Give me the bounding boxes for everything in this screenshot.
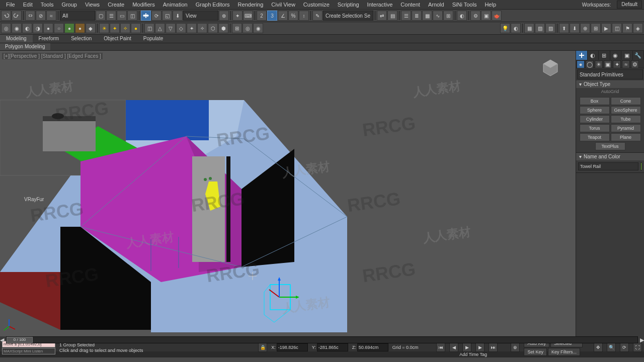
helper-icon-3[interactable]: ◉ — [253, 23, 263, 33]
icon-row2-5[interactable]: ● — [43, 23, 53, 33]
spacewarps-icon[interactable]: ≈ — [622, 60, 630, 68]
ref-coord-combo[interactable]: View — [183, 11, 218, 21]
subtab-polygon-modeling[interactable]: Polygon Modeling — [0, 43, 50, 50]
obj-icon-8[interactable]: ⬢ — [218, 23, 228, 33]
light-icon-1[interactable]: ☀ — [99, 23, 109, 33]
menu-animation[interactable]: Animation — [159, 2, 192, 8]
shapes-icon[interactable]: ◯ — [586, 60, 594, 68]
obj-icon-7[interactable]: ⬡ — [208, 23, 218, 33]
lock-selection-button[interactable]: 🔒 — [258, 343, 267, 352]
icon-row2-7[interactable]: ● — [64, 23, 74, 33]
toggle-layer-explorer-button[interactable]: ≣ — [412, 11, 422, 21]
obj-icon-2[interactable]: △ — [155, 23, 165, 33]
set-key-button[interactable]: Set Key — [524, 348, 547, 356]
cameras-icon[interactable]: ▣ — [604, 60, 612, 68]
menu-file[interactable]: File — [2, 2, 19, 8]
prim-textplus[interactable]: TextPlus — [595, 142, 625, 150]
select-move-button[interactable] — [141, 11, 151, 21]
redo-button[interactable] — [12, 11, 22, 21]
render-icon-1[interactable]: ◐ — [511, 23, 521, 33]
undo-button[interactable] — [1, 11, 11, 21]
prev-frame-button[interactable]: ◀ — [449, 343, 458, 352]
create-tab[interactable] — [576, 51, 588, 60]
prim-pyramid[interactable]: Pyramid — [611, 124, 641, 132]
menu-graph-editors[interactable]: Graph Editors — [192, 2, 234, 8]
icon-row2-6[interactable]: ○ — [54, 23, 64, 33]
helper-icon-2[interactable]: ◎ — [243, 23, 253, 33]
autogrid-checkbox[interactable]: AutoGrid — [576, 88, 644, 95]
menu-help[interactable]: Help — [480, 2, 500, 8]
util-icon-3[interactable]: ⊕ — [580, 23, 590, 33]
named-selection-combo[interactable]: Create Selection Se — [323, 11, 373, 21]
icon-row2-2[interactable]: ◉ — [12, 23, 22, 33]
render-icon-3[interactable]: ▧ — [535, 23, 545, 33]
percent-snap-button[interactable]: % — [288, 11, 298, 21]
snap-2d-button[interactable]: 2 — [257, 11, 267, 21]
angle-snap-button[interactable]: ∠ — [278, 11, 288, 21]
object-name-input[interactable] — [578, 162, 638, 170]
key-filters-button[interactable]: Key Filters... — [548, 348, 580, 356]
color-swatch[interactable] — [640, 162, 642, 170]
icon-row2-4[interactable]: ◑ — [33, 23, 43, 33]
category-combo[interactable]: Standard Primitives — [577, 69, 643, 79]
play-button[interactable]: ▶ — [462, 343, 471, 352]
prim-torus[interactable]: Torus — [580, 124, 610, 132]
spinner-snap-button[interactable]: ↕ — [299, 11, 309, 21]
window-crossing-button[interactable]: ◫ — [127, 11, 137, 21]
menu-rendering[interactable]: Rendering — [234, 2, 268, 8]
util-icon-7[interactable]: ⚑ — [622, 23, 632, 33]
menu-modifiers[interactable]: Modifiers — [128, 2, 159, 8]
menu-civil-view[interactable]: Civil View — [267, 2, 299, 8]
select-rotate-button[interactable]: ⟳ — [151, 11, 162, 21]
tab-modeling[interactable]: Modeling — [0, 35, 33, 43]
util-icon-1[interactable]: ⬆ — [559, 23, 569, 33]
hierarchy-tab[interactable]: ⊞ — [599, 51, 610, 60]
select-object-button[interactable]: ▢ — [96, 11, 106, 21]
toggle-scene-explorer-button[interactable]: ☰ — [401, 11, 411, 21]
prim-sphere[interactable]: Sphere — [580, 106, 610, 114]
obj-icon-5[interactable]: ✦ — [187, 23, 197, 33]
menu-tools[interactable]: Tools — [37, 2, 58, 8]
nav-zoom-button[interactable]: 🔍 — [607, 343, 616, 352]
material-editor-button[interactable]: ◐ — [457, 11, 467, 21]
display-tab[interactable]: ▣ — [621, 51, 633, 60]
edit-named-selection-button[interactable]: ✎ — [312, 11, 323, 21]
prim-cylinder[interactable]: Cylinder — [580, 115, 610, 123]
nav-maximize-button[interactable]: ⛶ — [633, 343, 642, 352]
menu-create[interactable]: Create — [104, 2, 128, 8]
name-color-header[interactable]: ▾ Name and Color — [576, 153, 644, 160]
light-icon-3[interactable]: ✧ — [120, 23, 130, 33]
keyboard-shortcut-button[interactable]: ⌨ — [243, 11, 253, 21]
rectangular-selection-button[interactable]: ▭ — [117, 11, 127, 21]
schematic-view-button[interactable]: ⊞ — [443, 11, 453, 21]
rendered-frame-window-button[interactable]: ▣ — [481, 11, 491, 21]
util-icon-8[interactable]: ◈ — [633, 23, 643, 33]
use-pivot-center-button[interactable]: ⊕ — [219, 11, 229, 21]
systems-icon[interactable]: ⚙ — [631, 60, 639, 68]
isolate-button[interactable]: ⊕ — [511, 343, 520, 352]
tab-selection[interactable]: Selection — [65, 35, 98, 43]
modify-tab[interactable]: ◐ — [588, 51, 599, 60]
util-icon-6[interactable]: ◫ — [612, 23, 622, 33]
helper-icon-1[interactable]: ⊞ — [232, 23, 242, 33]
menu-sini-tools[interactable]: SiNi Tools — [448, 2, 481, 8]
viewcube[interactable] — [540, 58, 560, 78]
align-button[interactable]: ▤ — [387, 11, 397, 21]
render-setup-button[interactable]: ⚙ — [470, 11, 480, 21]
select-manipulate-button[interactable]: ✦ — [232, 11, 243, 21]
add-time-tag[interactable]: Add Time Tag — [459, 352, 487, 357]
toggle-ribbon-button[interactable]: ▦ — [422, 11, 432, 21]
render-icon-2[interactable]: ▦ — [524, 23, 534, 33]
util-icon-5[interactable]: ▶ — [601, 23, 611, 33]
maxscript-listener[interactable] — [2, 348, 55, 354]
lights-icon[interactable]: ☀ — [595, 60, 603, 68]
icon-row2-3[interactable]: ◐ — [22, 23, 32, 33]
prim-box[interactable]: Box — [580, 97, 610, 105]
prim-geosphere[interactable]: GeoSphere — [611, 106, 641, 114]
render-icon-4[interactable]: ▨ — [545, 23, 555, 33]
menu-customize[interactable]: Customize — [299, 2, 334, 8]
prim-teapot[interactable]: Teapot — [580, 133, 610, 141]
render-production-button[interactable]: 🫖 — [492, 11, 502, 21]
tab-freeform[interactable]: Freeform — [33, 35, 65, 43]
menu-views[interactable]: Views — [81, 2, 104, 8]
